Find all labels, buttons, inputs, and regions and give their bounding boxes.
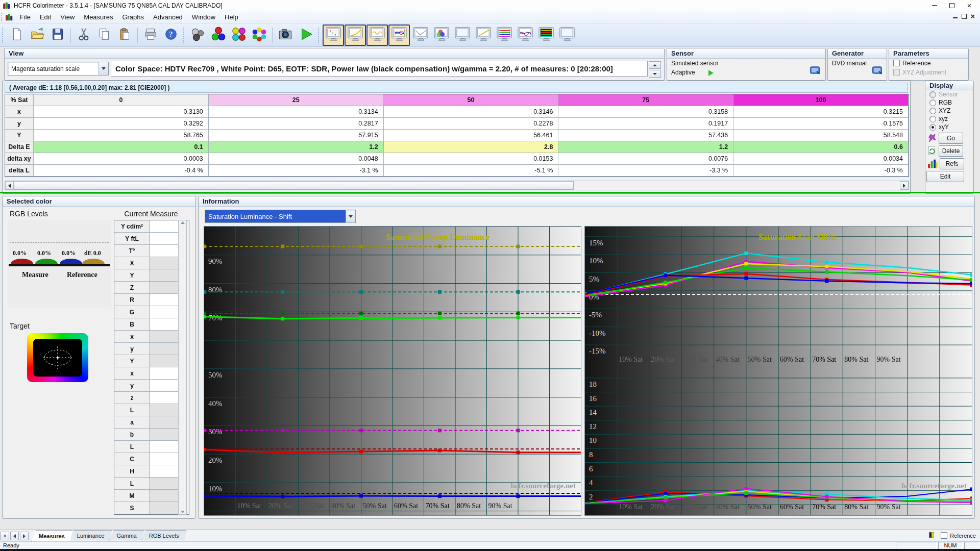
svg-text:50% Sat: 50% Sat bbox=[363, 502, 387, 510]
tab-close-button[interactable]: × bbox=[1, 532, 9, 540]
restore-button[interactable] bbox=[943, 0, 961, 11]
edit-button[interactable]: Edit bbox=[926, 171, 964, 182]
luminance-view-button[interactable] bbox=[345, 24, 366, 46]
scroll-up-button[interactable] bbox=[181, 221, 185, 224]
display-radio-rgb[interactable]: RGB bbox=[925, 98, 973, 107]
display-radio-xyz[interactable]: xyz bbox=[925, 115, 973, 123]
luminance-line-view-button[interactable] bbox=[473, 25, 494, 45]
secondaries-measure-button[interactable] bbox=[229, 25, 249, 45]
sensor-config-icon[interactable] bbox=[809, 65, 822, 77]
svg-text:90% Sat: 90% Sat bbox=[877, 356, 901, 363]
tab-luminance[interactable]: Luminance bbox=[69, 530, 112, 540]
sensor-run-icon[interactable] bbox=[708, 70, 714, 76]
menu-item-window[interactable]: Window bbox=[187, 12, 220, 22]
menu-item-graphs[interactable]: Graphs bbox=[117, 12, 149, 22]
minimize-button[interactable] bbox=[926, 0, 943, 11]
radio-icon bbox=[929, 91, 936, 98]
green-shift-marker bbox=[970, 278, 972, 282]
watermark: hcfr.sourceforge.net bbox=[902, 482, 967, 490]
blue-measure-marker bbox=[438, 494, 442, 498]
bottom-reference-checkbox[interactable] bbox=[941, 532, 947, 539]
sensor-panel: Sensor Simulated sensor Adaptive bbox=[667, 48, 826, 81]
svg-text:18: 18 bbox=[589, 380, 597, 388]
measure-series-view-button[interactable] bbox=[515, 25, 535, 45]
all-curves-view-button[interactable] bbox=[388, 24, 410, 46]
grayscale-measure-button[interactable] bbox=[188, 25, 208, 45]
measure-row-value bbox=[150, 478, 179, 490]
measure-row-label: M bbox=[114, 490, 150, 502]
go-button[interactable]: Go bbox=[939, 133, 963, 144]
open-folder-button[interactable] bbox=[27, 25, 47, 45]
scale-dropdown[interactable]: Magenta saturation scale bbox=[8, 62, 109, 76]
rgb-levels-view-button[interactable] bbox=[494, 25, 514, 45]
close-button[interactable]: × bbox=[961, 0, 978, 11]
tab-next-button[interactable] bbox=[20, 532, 29, 540]
menu-item-advanced[interactable]: Advanced bbox=[149, 12, 187, 22]
help-button[interactable]: ? bbox=[161, 25, 181, 45]
menu-item-edit[interactable]: Edit bbox=[35, 12, 56, 22]
chevron-down-icon[interactable] bbox=[99, 62, 108, 75]
spin-down-button[interactable] bbox=[649, 70, 661, 78]
tab-rgb-levels[interactable]: RGB Levels bbox=[141, 530, 187, 540]
display-radio-sensor[interactable]: Sensor bbox=[925, 90, 973, 98]
svg-text:10: 10 bbox=[589, 436, 597, 444]
mdi-restore-button[interactable] bbox=[962, 14, 967, 19]
measures-view-button[interactable] bbox=[323, 24, 344, 46]
watermark: hcfr.sourceforge.net bbox=[511, 482, 576, 490]
tab-gamma[interactable]: Gamma bbox=[109, 530, 144, 540]
menu-item-view[interactable]: View bbox=[56, 12, 79, 22]
full-measure-button[interactable] bbox=[249, 25, 270, 45]
delete-button[interactable]: Delete bbox=[939, 145, 963, 157]
graph-type-dropdown[interactable]: Saturation Luminance - Shift bbox=[205, 210, 356, 223]
run-measures-button[interactable] bbox=[296, 25, 316, 45]
mdi-minimize-button[interactable] bbox=[953, 14, 958, 18]
report-view-button[interactable] bbox=[536, 25, 556, 45]
measure-row-value bbox=[150, 490, 179, 502]
svg-text:14: 14 bbox=[589, 408, 597, 416]
red-measure-marker bbox=[359, 450, 363, 454]
menu-item-help[interactable]: Help bbox=[220, 12, 243, 22]
magenta-delta-e-marker bbox=[825, 495, 828, 498]
refs-button[interactable]: Refs bbox=[940, 158, 964, 169]
free-measure-view-icon bbox=[454, 26, 471, 44]
menu-item-file[interactable]: File bbox=[15, 12, 35, 22]
extra-view-button[interactable] bbox=[557, 25, 577, 45]
rgb-bar bbox=[60, 259, 82, 264]
primaries-measure-button[interactable] bbox=[208, 25, 229, 45]
free-measure-view-button[interactable] bbox=[452, 25, 473, 45]
table-horizontal-scrollbar[interactable] bbox=[5, 181, 909, 190]
print-button[interactable] bbox=[140, 25, 161, 45]
capture-camera-button[interactable] bbox=[275, 25, 296, 45]
report-view-icon bbox=[537, 26, 555, 44]
gamma-view-button[interactable] bbox=[366, 24, 388, 46]
scrollbar-thumb[interactable] bbox=[14, 181, 574, 190]
spin-up-button[interactable] bbox=[649, 61, 661, 69]
chevron-down-icon[interactable] bbox=[346, 211, 355, 222]
tab-measures[interactable]: Measures bbox=[31, 530, 72, 541]
measure-row-value bbox=[150, 441, 179, 453]
current-measure-scrollbar[interactable] bbox=[178, 220, 187, 515]
reference-checkbox[interactable] bbox=[893, 60, 900, 66]
save-button[interactable] bbox=[47, 25, 68, 45]
generator-config-icon[interactable] bbox=[871, 65, 885, 77]
scroll-down-button[interactable] bbox=[181, 511, 185, 513]
yellow-reference-marker bbox=[438, 245, 442, 248]
new-document-button[interactable] bbox=[7, 25, 27, 45]
scroll-left-button[interactable] bbox=[5, 181, 14, 190]
copy-button[interactable] bbox=[94, 25, 114, 45]
tab-prev-button[interactable] bbox=[10, 532, 19, 540]
dip-view-button[interactable] bbox=[410, 25, 431, 45]
mdi-close-button[interactable]: × bbox=[971, 12, 975, 20]
svg-text:80% Sat: 80% Sat bbox=[844, 356, 868, 363]
display-radio-xyz[interactable]: XYZ bbox=[925, 107, 973, 115]
paste-button[interactable] bbox=[114, 25, 135, 45]
table-cell: 0.2278 bbox=[384, 118, 559, 130]
display-radio-xyy[interactable]: xyY bbox=[925, 123, 973, 131]
saturation-measures-table: % Sat0255075100x0.31300.31340.31460.3158… bbox=[5, 94, 909, 177]
yellow-shift-marker bbox=[744, 262, 748, 265]
scroll-right-button[interactable] bbox=[900, 181, 909, 190]
cie-diagram-view-button[interactable] bbox=[431, 25, 452, 45]
menu-item-measures[interactable]: Measures bbox=[79, 12, 117, 22]
cut-button[interactable] bbox=[74, 25, 94, 45]
cyan-reference-marker bbox=[281, 290, 284, 294]
